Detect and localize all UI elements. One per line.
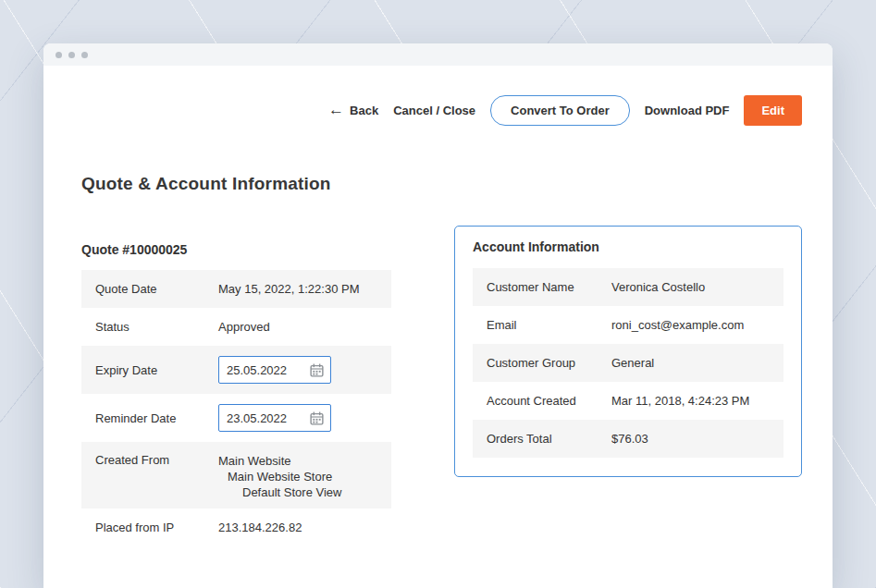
back-arrow-icon: ← — [328, 102, 344, 117]
two-column-layout: Quote #10000025 Quote Date May 15, 2022,… — [81, 226, 802, 546]
quote-number-title: Quote #10000025 — [81, 242, 391, 257]
reminder-date-row: Reminder Date — [81, 394, 391, 442]
row-label: Customer Group — [473, 356, 611, 370]
account-information-title: Account Information — [473, 239, 783, 254]
edit-button[interactable]: Edit — [744, 95, 802, 126]
window-titlebar — [43, 43, 833, 66]
row-label: Orders Total — [473, 432, 611, 446]
app-window: ← Back Cancel / Close Convert To Order D… — [43, 43, 833, 588]
row-label: Email — [473, 318, 611, 332]
window-control-dot[interactable] — [56, 52, 62, 58]
convert-to-order-button[interactable]: Convert To Order — [490, 95, 630, 126]
row-value: 213.184.226.82 — [218, 521, 391, 534]
row-value: General — [611, 356, 783, 370]
row-value: $76.03 — [611, 432, 783, 446]
status-row: Status Approved — [81, 308, 391, 346]
expiry-date-row: Expiry Date — [81, 346, 391, 394]
cancel-close-button[interactable]: Cancel / Close — [393, 104, 475, 117]
quote-information-section: Quote #10000025 Quote Date May 15, 2022,… — [81, 226, 391, 546]
customer-name-row: Customer Name Veronica Costello — [473, 268, 783, 306]
quote-date-row: Quote Date May 15, 2022, 1:22:30 PM — [81, 270, 391, 308]
row-label: Customer Name — [473, 280, 611, 294]
created-from-store-view: Default Store View — [218, 484, 384, 500]
reminder-date-value[interactable] — [227, 411, 301, 425]
created-from-website: Main Website — [218, 453, 384, 469]
account-created-row: Account Created Mar 11, 2018, 4:24:23 PM — [473, 382, 783, 420]
row-value: Mar 11, 2018, 4:24:23 PM — [611, 394, 783, 408]
row-value: roni_cost@example.com — [611, 318, 783, 332]
back-button-label: Back — [350, 104, 378, 117]
page-title: Quote & Account Information — [81, 174, 802, 194]
page-content: ← Back Cancel / Close Convert To Order D… — [43, 66, 833, 546]
row-label: Status — [81, 320, 218, 334]
row-label: Expiry Date — [81, 363, 218, 377]
row-label: Reminder Date — [81, 411, 218, 425]
row-value: May 15, 2022, 1:22:30 PM — [218, 282, 391, 296]
expiry-date-input[interactable] — [218, 356, 331, 384]
row-value: Veronica Costello — [611, 280, 783, 294]
download-pdf-button[interactable]: Download PDF — [645, 104, 730, 117]
row-label: Quote Date — [81, 282, 218, 296]
created-from-row: Created From Main Website Main Website S… — [81, 442, 391, 508]
created-from-store: Main Website Store — [218, 469, 384, 484]
calendar-icon[interactable] — [310, 363, 324, 377]
calendar-icon[interactable] — [310, 411, 324, 425]
window-control-dot[interactable] — [68, 52, 75, 58]
orders-total-row: Orders Total $76.03 — [473, 420, 783, 458]
reminder-date-input[interactable] — [218, 404, 331, 432]
row-label: Account Created — [473, 394, 611, 408]
row-value: Main Website Main Website Store Default … — [218, 451, 391, 500]
account-information-card: Account Information Customer Name Veroni… — [454, 226, 802, 477]
expiry-date-value[interactable] — [227, 363, 301, 377]
customer-group-row: Customer Group General — [473, 344, 783, 382]
placed-from-ip-row: Placed from IP 213.184.226.82 — [81, 508, 391, 546]
email-row: Email roni_cost@example.com — [473, 306, 783, 344]
window-control-dot[interactable] — [81, 52, 88, 58]
row-value: Approved — [218, 320, 391, 334]
row-label: Placed from IP — [81, 521, 218, 534]
back-button[interactable]: ← Back — [328, 103, 378, 118]
action-toolbar: ← Back Cancel / Close Convert To Order D… — [81, 95, 802, 125]
row-label: Created From — [81, 451, 218, 467]
